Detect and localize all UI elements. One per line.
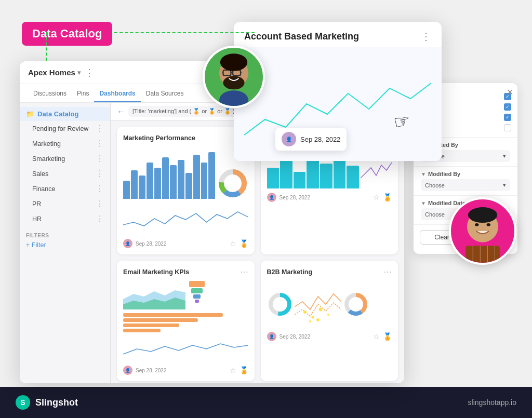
sidebar-item-label: Smarketing <box>32 155 65 163</box>
sidebar-item-label: Pending for Review <box>32 125 88 132</box>
tab-discussions[interactable]: Discussions <box>28 86 72 102</box>
card-menu-icon[interactable]: ⋯ <box>240 267 248 277</box>
filter-modified-by: ▼ Modified By Choose ▾ <box>414 167 517 196</box>
header-menu-icon[interactable]: ⋮ <box>85 67 94 78</box>
app-title-text: Apex Homes <box>28 68 75 77</box>
card-viz <box>123 147 248 199</box>
star-icon[interactable]: ☆ <box>373 332 380 341</box>
data-catalog-label: Data Catalog <box>22 22 112 46</box>
card-email-marketing-kpis[interactable]: Email Marketing KPIs ⋯ <box>117 261 255 381</box>
item-menu-icon[interactable]: ⋮ <box>96 169 104 179</box>
abm-title: Account Based Marketing <box>244 31 359 42</box>
bar-chart <box>123 147 216 199</box>
funnel-chart <box>187 281 207 309</box>
card-date: Sep 28, 2022 <box>136 368 167 373</box>
sidebar-item-pending[interactable]: Pending for Review ⋮ <box>20 121 110 136</box>
abm-popup: Account Based Marketing ⋮ <box>234 22 442 161</box>
filter-section-header[interactable]: ▼ Modified By <box>421 171 510 177</box>
checkbox-2[interactable]: ✓ <box>504 103 511 111</box>
app-url: slingshotapp.io <box>468 398 516 407</box>
person-avatar-man <box>203 46 265 108</box>
sidebar-filters: FILTERS + Filter <box>20 226 110 251</box>
svg-point-27 <box>223 76 244 89</box>
star-icon[interactable]: ☆ <box>373 193 380 201</box>
svg-point-17 <box>309 320 311 322</box>
sidebar: 📁 Data Catalog Pending for Review ⋮ Mark… <box>20 103 111 383</box>
card-actions: ☆ 🏅 <box>230 239 248 248</box>
tab-data-sources[interactable]: Data Sources <box>141 86 189 102</box>
slingshot-logo: S Slingshot <box>16 395 78 410</box>
svg-point-14 <box>318 308 322 312</box>
card-header: Marketing Performance ⋯ <box>123 133 248 143</box>
filter-close-icon[interactable]: ✕ <box>507 87 513 97</box>
item-menu-icon[interactable]: ⋮ <box>96 124 104 133</box>
item-menu-icon[interactable]: ⋮ <box>96 139 104 149</box>
filters-label: FILTERS <box>26 233 104 238</box>
star-icon[interactable]: ☆ <box>230 366 236 374</box>
line-chart <box>123 204 248 233</box>
star-icon[interactable]: ☆ <box>230 239 236 248</box>
title-chevron-icon: ▾ <box>77 69 81 76</box>
person-avatar-man-2 <box>449 197 516 265</box>
line-chart-2 <box>123 341 248 359</box>
card-date: Sep 28, 2022 <box>136 241 167 247</box>
person-face-man-2 <box>451 197 514 265</box>
item-menu-icon[interactable]: ⋮ <box>96 214 104 224</box>
back-icon[interactable]: ← <box>117 107 125 116</box>
card-header: Email Marketing KPIs ⋯ <box>123 267 248 277</box>
avatar: 👤 <box>267 193 276 202</box>
svg-rect-8 <box>193 294 201 299</box>
card-viz-b2b <box>267 281 392 328</box>
abm-header: Account Based Marketing ⋮ <box>234 22 442 47</box>
sidebar-item-finance[interactable]: Finance ⋮ <box>20 181 110 196</box>
tab-pins[interactable]: Pins <box>72 86 94 102</box>
bottom-bar: S Slingshot slingshotapp.io <box>0 387 532 418</box>
svg-rect-9 <box>195 300 199 303</box>
date-tooltip: 👤 Sep 28, 2022 <box>275 128 347 151</box>
card-actions: ☆ 🏅 <box>373 332 392 341</box>
dashed-line-h <box>114 32 255 33</box>
badge-icon: 🏅 <box>240 239 248 248</box>
app-name: Slingshot <box>35 397 78 408</box>
filter-modified-by-dropdown[interactable]: Choose ▾ <box>421 179 510 191</box>
card-meta: 👤 Sep 28, 2022 <box>123 239 167 248</box>
add-filter-btn[interactable]: + Filter <box>26 241 104 249</box>
sidebar-item-smarketing[interactable]: Smarketing ⋮ <box>20 151 110 166</box>
card-meta: 👤 Sep 28, 2022 <box>267 193 311 202</box>
card-menu-icon[interactable]: ⋯ <box>383 267 392 277</box>
svg-point-16 <box>316 318 320 321</box>
card-meta: 👤 Sep 28, 2022 <box>267 332 311 341</box>
sidebar-item-pr[interactable]: PR ⋮ <box>20 196 110 211</box>
card-viz-email <box>123 281 248 338</box>
svg-point-15 <box>327 314 329 316</box>
item-menu-icon[interactable]: ⋮ <box>96 154 104 164</box>
card-title: Marketing Performance <box>123 134 195 142</box>
item-menu-icon[interactable]: ⋮ <box>96 199 104 209</box>
card-b2b-marketing[interactable]: B2B Marketing ⋯ <box>261 261 398 381</box>
sidebar-item-marketing[interactable]: Marketing ⋮ <box>20 136 110 151</box>
sidebar-item-hr[interactable]: HR ⋮ <box>20 211 110 226</box>
tooltip-avatar: 👤 <box>282 132 296 146</box>
sidebar-section-data-catalog[interactable]: 📁 Data Catalog <box>20 107 110 121</box>
tab-dashboards[interactable]: Dashboards <box>94 86 140 102</box>
donut-left <box>267 291 293 317</box>
avatar: 👤 <box>123 239 132 248</box>
checkbox-3[interactable]: ✓ <box>504 114 511 121</box>
checkbox-4[interactable] <box>504 124 511 131</box>
card-footer: 👤 Sep 28, 2022 ☆ 🏅 <box>123 366 248 375</box>
slingshot-icon: S <box>16 395 30 410</box>
area-chart <box>123 281 185 309</box>
card-footer: 👤 Sep 28, 2022 ☆ 🏅 <box>267 332 392 341</box>
item-menu-icon[interactable]: ⋮ <box>96 184 104 194</box>
svg-point-32 <box>475 223 479 226</box>
app-title: Apex Homes ▾ <box>28 68 81 77</box>
card-title: B2B Marketing <box>267 268 313 276</box>
sidebar-item-sales[interactable]: Sales ⋮ <box>20 166 110 181</box>
svg-point-28 <box>220 53 247 71</box>
svg-rect-6 <box>189 281 205 287</box>
person-face-man <box>205 46 263 108</box>
card-footer: 👤 Sep 28, 2022 ☆ 🏅 <box>267 193 392 202</box>
svg-point-29 <box>219 90 248 108</box>
abm-menu-icon[interactable]: ⋮ <box>421 30 431 43</box>
svg-point-12 <box>303 311 307 314</box>
